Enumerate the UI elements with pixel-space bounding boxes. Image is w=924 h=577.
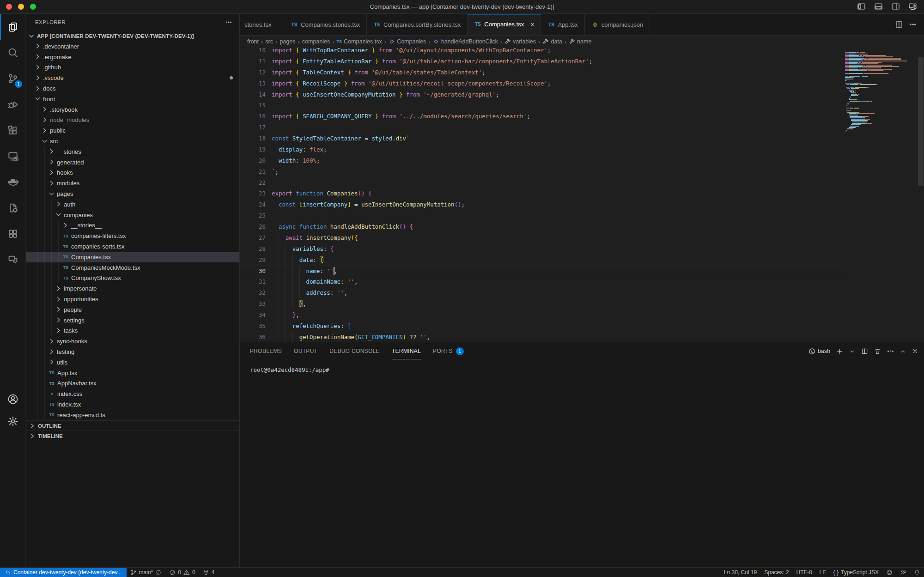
tree-item-companies-filters-tsx[interactable]: TScompanies-filters.tsx (26, 231, 239, 241)
code-line-27[interactable]: 27 await insertCompany({ (240, 232, 845, 243)
toggle-secondary-sidebar-icon[interactable] (891, 2, 900, 11)
code-line-16[interactable]: 16import { SEARCH_COMPANY_QUERY } from '… (240, 111, 845, 122)
activity-item-run-debug[interactable] (0, 91, 26, 117)
code-line-36[interactable]: 36 getOperationName(GET_COMPANIES) ?? ''… (240, 332, 845, 342)
tree-item--storybook[interactable]: .storybook (26, 104, 239, 115)
close-tab-icon[interactable]: × (530, 21, 534, 28)
notifications-status[interactable] (910, 568, 924, 577)
code-line-35[interactable]: 35 refetchQueries: [ (240, 321, 845, 332)
code-line-13[interactable]: 13import { RecoilScope } from '@/ui/util… (240, 78, 845, 89)
more-actions-icon[interactable] (909, 21, 917, 28)
code-line-23[interactable]: 23export function Companies() { (240, 188, 845, 199)
launch-profile-chevron-icon[interactable] (849, 348, 855, 354)
outline-section[interactable]: OUTLINE (26, 420, 239, 431)
git-branch-status[interactable]: main* (127, 568, 166, 577)
split-editor-icon[interactable] (895, 21, 903, 28)
activity-item-docker[interactable] (0, 169, 26, 195)
tree-item-react-app-env-d-ts[interactable]: TSreact-app-env.d.ts (26, 410, 239, 420)
close-window-button[interactable] (6, 4, 12, 10)
editor-scrollbar[interactable] (918, 48, 924, 342)
code-line-21[interactable]: 21`; (240, 166, 845, 177)
tab-companies-stories-tsx[interactable]: TSCompanies.stories.tsx (284, 14, 367, 35)
language-mode-status[interactable]: { }TypeScript JSX (830, 568, 882, 577)
toggle-panel-icon[interactable] (874, 2, 883, 11)
kill-terminal-icon[interactable] (874, 348, 881, 355)
tree-item-tasks[interactable]: tasks (26, 326, 239, 336)
maximize-panel-icon[interactable] (900, 348, 906, 354)
tree-item-companies[interactable]: companies (26, 210, 239, 220)
minimize-window-button[interactable] (18, 4, 24, 10)
tree-item-front[interactable]: front (26, 94, 239, 104)
tree-item-companies-tsx[interactable]: TSCompanies.tsx (26, 252, 239, 262)
tree-item-docs[interactable]: docs (26, 83, 239, 94)
close-panel-icon[interactable] (912, 348, 918, 354)
activity-item-comments[interactable] (0, 247, 26, 273)
tree-item-hooks[interactable]: hooks (26, 168, 239, 178)
breadcrumb-item-src[interactable]: src (265, 38, 273, 45)
tree-item--vscode[interactable]: .vscode (26, 73, 239, 83)
code-line-32[interactable]: 32 address: '', (240, 287, 845, 298)
activity-item-remote-explorer[interactable] (0, 143, 26, 169)
views-and-more-actions-icon[interactable] (225, 19, 232, 25)
code-line-25[interactable]: 25 (240, 210, 845, 221)
code-line-34[interactable]: 34 }, (240, 310, 845, 321)
remote-indicator[interactable]: Container dev-twenty-dev (dev-twenty-dev… (0, 568, 127, 577)
code-line-31[interactable]: 31 domainName: '', (240, 276, 845, 287)
activity-item-api-file[interactable] (0, 195, 26, 221)
tree-item-modules[interactable]: modules (26, 178, 239, 188)
customize-layout-icon[interactable] (908, 2, 918, 11)
code-line-33[interactable]: 33 }, (240, 298, 845, 310)
tree-item-opportunities[interactable]: opportunities (26, 294, 239, 304)
tree-item-pages[interactable]: pages (26, 188, 239, 199)
tree-item--devcontainer[interactable]: .devcontainer (26, 41, 239, 52)
code-line-12[interactable]: 12import { TableContext } from '@/ui/tab… (240, 67, 845, 78)
code-line-28[interactable]: 28 variables: { (240, 243, 845, 255)
toggle-sidebar-icon[interactable] (857, 2, 866, 11)
activity-item-extensions[interactable] (0, 117, 26, 143)
breadcrumb-item-name[interactable]: name (569, 38, 591, 45)
activity-item-source-control[interactable]: 1 (0, 66, 26, 91)
activity-item-search[interactable] (0, 40, 26, 66)
code-line-14[interactable]: 14import { useInsertOneCompanyMutation }… (240, 89, 845, 100)
split-terminal-icon[interactable] (861, 348, 868, 355)
problems-status[interactable]: 0 0 (165, 568, 199, 577)
activity-item-figma[interactable] (0, 221, 26, 247)
tree-item-generated[interactable]: generated (26, 157, 239, 168)
activity-item-settings[interactable] (0, 410, 26, 432)
breadcrumb-item-front[interactable]: front (247, 38, 259, 45)
tree-item-utils[interactable]: utils (26, 357, 239, 368)
tree-item-auth[interactable]: auth (26, 199, 239, 210)
share-status[interactable] (896, 568, 910, 577)
tree-item-testing[interactable]: testing (26, 346, 239, 357)
code-line-22[interactable]: 22 (240, 177, 845, 188)
tree-item-appnavbar-tsx[interactable]: TSAppNavbar.tsx (26, 378, 239, 389)
tree-item-companiesmockmode-tsx[interactable]: TSCompaniesMockMode.tsx (26, 262, 239, 273)
tab-companies-sortby-stories-tsx[interactable]: TSCompanies.sortBy.stories.tsx (367, 14, 468, 35)
code-line-15[interactable]: 15 (240, 100, 845, 111)
breadcrumb-item-data[interactable]: data (542, 38, 562, 45)
tab-app-tsx[interactable]: TSApp.tsx (541, 14, 584, 35)
tree-item-index-tsx[interactable]: TSindex.tsx (26, 399, 239, 410)
tree-item--stories-[interactable]: __stories__ (26, 220, 239, 231)
panel-tab-problems[interactable]: PROBLEMS (250, 343, 282, 359)
maximize-window-button[interactable] (30, 4, 36, 10)
code-line-11[interactable]: 11import { EntityTableActionBar } from '… (240, 56, 845, 67)
tree-item-index-css[interactable]: #index.css (26, 389, 239, 399)
code-line-10[interactable]: 10import { WithTopBarContainer } from '@… (240, 48, 845, 56)
code-line-29[interactable]: 29 data: { (240, 255, 845, 266)
breadcrumb-item-companies-tsx[interactable]: TSCompanies.tsx (337, 38, 382, 45)
code-editor[interactable]: 10import { WithTopBarContainer } from '@… (240, 48, 924, 342)
panel-tab-output[interactable]: OUTPUT (294, 343, 317, 359)
code-line-26[interactable]: 26 async function handleAddButtonClick()… (240, 221, 845, 232)
minimap[interactable] (845, 48, 918, 342)
breadcrumb-item-companies[interactable]: Companies (389, 38, 426, 45)
terminal-output[interactable]: root@0a42ecd84891:/app# (240, 360, 924, 373)
activity-item-account[interactable] (0, 388, 26, 410)
breadcrumb-item-handleaddbuttonclick[interactable]: handleAddButtonClick (433, 38, 498, 45)
new-terminal-icon[interactable] (836, 348, 843, 355)
tree-item-companyshow-tsx[interactable]: TSCompanyShow.tsx (26, 273, 239, 284)
tree-item--github[interactable]: .github (26, 62, 239, 73)
eol-status[interactable]: LF (816, 568, 830, 577)
panel-more-actions-icon[interactable] (887, 348, 894, 355)
tab-stories-tsx[interactable]: stories.tsx (240, 14, 284, 35)
